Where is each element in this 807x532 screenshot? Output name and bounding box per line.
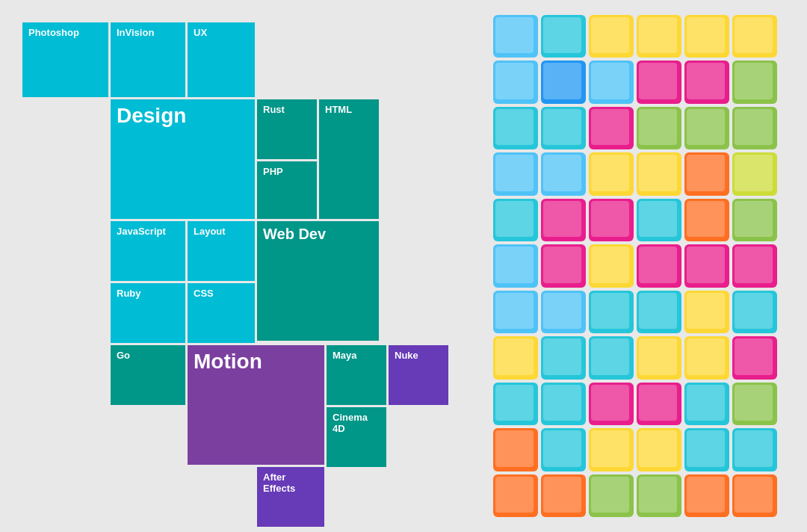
grid-cell [589,244,634,287]
grid-cell [541,199,586,241]
grid-cell [637,291,681,333]
tile-ux[interactable]: UX [188,22,255,97]
grid-cell [493,383,538,425]
grid-cell [637,428,681,471]
tile-rust[interactable]: Rust [257,99,317,159]
grid-cell [589,61,634,103]
grid-cell [684,336,729,379]
grid-cell [684,152,729,195]
tile-invision[interactable]: InVision [111,22,185,97]
tile-nuke[interactable]: Nuke [389,345,448,405]
tile-php[interactable]: PHP [257,161,317,219]
grid-cell [541,61,586,103]
grid-cell [493,336,538,379]
grid-cell [732,383,777,425]
tile-aftereffects[interactable]: After Effects [257,467,324,527]
grid-cell [637,383,681,425]
grid-cell [493,152,538,195]
grid-cell [589,336,634,379]
grid-cell [732,152,777,195]
tile-maya[interactable]: Maya [327,345,386,405]
tile-html[interactable]: HTML [319,99,379,219]
grid-cell [541,291,586,333]
tile-css[interactable]: CSS [188,283,255,343]
tile-ruby[interactable]: Ruby [111,283,185,343]
grid-cell [493,474,538,517]
grid-cell [732,474,777,517]
grid-cell [684,107,729,149]
grid-cell [684,15,729,58]
grid-cell [589,152,634,195]
tile-cinema4d[interactable]: Cinema 4D [327,407,386,467]
grid-cell [589,291,634,333]
treemap-container: PhotoshopInVisionUXDesignRustPHPHTMLJava… [15,15,448,523]
tile-layout[interactable]: Layout [188,221,255,281]
grid-cell [637,152,681,195]
grid-cell [684,428,729,471]
grid-cell [589,474,634,517]
grid-cell [684,383,729,425]
grid-cell [541,428,586,471]
grid-cell [589,383,634,425]
grid-cell [493,291,538,333]
grid-cell [732,15,777,58]
grid-cell [541,152,586,195]
grid-cell [541,474,586,517]
grid-cell [493,199,538,241]
grid-cell [541,336,586,379]
tile-photoshop[interactable]: Photoshop [22,22,108,97]
grid-cell [684,291,729,333]
grid-cell [493,244,538,287]
grid-cell [732,199,777,241]
tile-motion[interactable]: Motion [188,345,324,465]
tile-go[interactable]: Go [111,345,185,405]
grid-cell [684,244,729,287]
grid-cell [684,474,729,517]
grid-cell [493,61,538,103]
grid-cell [684,199,729,241]
tile-webdev[interactable]: Web Dev [257,221,379,341]
grid-cell [589,428,634,471]
grid-cell [541,383,586,425]
grid-cell [732,107,777,149]
right-panel [463,0,807,532]
grid-cell [732,61,777,103]
grid-cell [637,107,681,149]
tile-design[interactable]: Design [111,99,255,219]
grid-cell [637,199,681,241]
grid-cell [732,428,777,471]
grid-cell [541,15,586,58]
grid-cell [684,61,729,103]
grid-cell [589,107,634,149]
grid-cell [637,61,681,103]
grid-cell [493,107,538,149]
treemap-panel: PhotoshopInVisionUXDesignRustPHPHTMLJava… [0,0,463,532]
grid-cell [732,336,777,379]
color-grid [493,15,777,517]
grid-cell [493,428,538,471]
grid-cell [541,244,586,287]
grid-cell [732,244,777,287]
grid-cell [637,336,681,379]
tile-javascript[interactable]: JavaScript [111,221,185,281]
grid-cell [637,15,681,58]
grid-cell [732,291,777,333]
grid-cell [637,474,681,517]
grid-cell [493,15,538,58]
grid-cell [541,107,586,149]
grid-cell [589,15,634,58]
grid-cell [637,244,681,287]
grid-cell [589,199,634,241]
